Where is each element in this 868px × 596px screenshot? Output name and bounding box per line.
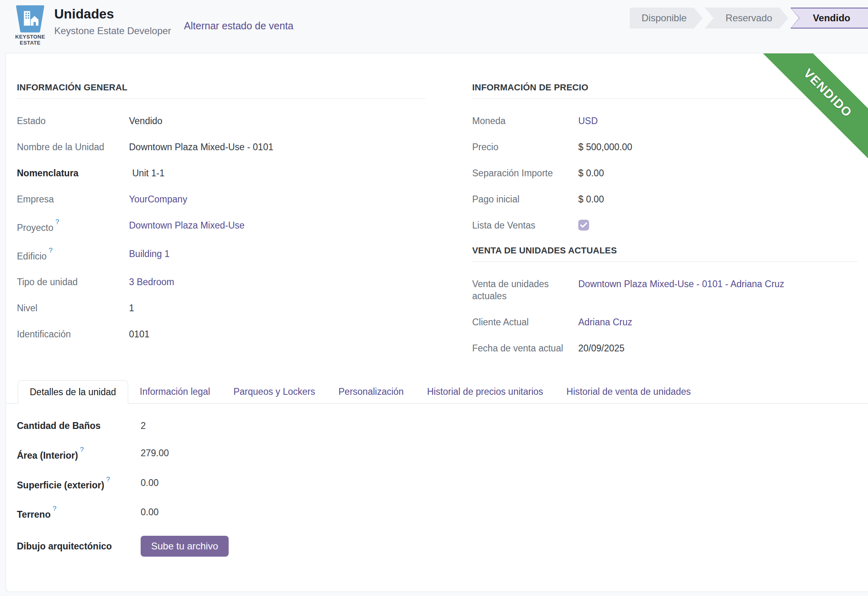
field-row-cliente-actual: Cliente Actual Adriana Cruz [472, 316, 858, 328]
status-stage-label: Disponible [642, 12, 687, 24]
empresa-link[interactable]: YourCompany [129, 193, 187, 205]
upload-file-button[interactable]: Sube tu archivo [141, 536, 229, 557]
tab-historial-venta-unidades[interactable]: Historial de venta de unidades [555, 380, 702, 403]
field-label: Precio [472, 141, 578, 153]
notebook-tabs: Detalles de la unidad Información legal … [6, 380, 868, 404]
price-info-section: INFORMACIÓN DE PRECIO Moneda USD Precio … [472, 82, 858, 368]
title-block: Unidades Keystone Estate Developer [54, 6, 171, 37]
lista-de-ventas-checkbox[interactable] [578, 220, 589, 231]
field-row-identificacion: Identificación 0101 [17, 328, 425, 340]
field-value: 1 [129, 302, 134, 314]
help-icon[interactable]: ? [49, 247, 52, 254]
field-row-area-interior: Área (Interior)? 279.00 [17, 447, 857, 461]
tipo-unidad-link[interactable]: 3 Bedroom [129, 276, 174, 288]
field-row-fecha-venta-actual: Fecha de venta actual 20/09/2025 [472, 342, 858, 354]
field-row-empresa: Empresa YourCompany [17, 193, 425, 205]
tab-detalles-de-la-unidad[interactable]: Detalles de la unidad [18, 380, 128, 404]
status-stage-disponible[interactable]: Disponible [630, 8, 703, 29]
field-row-terreno: Terreno? 0.00 [17, 506, 857, 520]
field-value: $ 500,000.00 [578, 141, 632, 153]
field-row-tipo-unidad: Tipo de unidad 3 Bedroom [17, 276, 425, 288]
field-row-nomenclatura: Nomenclatura Unit 1-1 [17, 167, 425, 179]
page-subtitle: Keystone Estate Developer [54, 25, 171, 37]
field-label: Dibujo arquitectónico [17, 540, 141, 552]
form-sheet: INFORMACIÓN GENERAL Estado Vendido Nombr… [6, 53, 868, 368]
field-value: $ 0.00 [578, 193, 604, 205]
tab-historial-precios-unitarios[interactable]: Historial de precios unitarios [416, 380, 555, 403]
field-row-proyecto: Proyecto? Downtown Plaza Mixed-Use [17, 219, 425, 234]
logo-text-line2: ESTATE [11, 40, 49, 46]
cliente-actual-link[interactable]: Adriana Cruz [578, 316, 632, 328]
field-label: Nomenclatura [17, 167, 129, 179]
field-label: Superficie (exterior) [17, 480, 104, 490]
field-value: 279.00 [141, 447, 169, 459]
field-row-estado: Estado Vendido [17, 115, 425, 127]
field-label: Venta de unidades actuales [472, 278, 578, 302]
field-row-dibujo-arquitectonico: Dibujo arquitectónico Sube tu archivo [17, 536, 857, 557]
tab-informacion-legal[interactable]: Información legal [128, 380, 222, 403]
field-value: 20/09/2025 [578, 342, 624, 354]
field-label: Terreno [17, 509, 51, 520]
field-row-moneda: Moneda USD [472, 115, 858, 127]
field-row-nivel: Nivel 1 [17, 302, 425, 314]
field-row-superficie-exterior: Superficie (exterior)? 0.00 [17, 477, 857, 491]
field-value: Vendido [129, 115, 162, 127]
field-label: Fecha de venta actual [472, 342, 578, 354]
field-label: Empresa [17, 193, 129, 205]
page-title: Unidades [54, 6, 171, 22]
field-label: Pago inicial [472, 193, 578, 205]
field-label: Proyecto [17, 222, 53, 233]
field-label: Separación Importe [472, 167, 578, 179]
field-value: 0.00 [141, 477, 159, 489]
topbar: KEYSTONE ESTATE Unidades Keystone Estate… [0, 0, 868, 53]
status-stage-label: Vendido [813, 12, 850, 24]
field-value: $ 0.00 [578, 167, 604, 179]
field-value: 2 [141, 420, 146, 432]
field-row-edificio: Edificio? Building 1 [17, 248, 425, 262]
toggle-sale-state-link[interactable]: Alternar estado de venta [184, 20, 293, 32]
field-row-pago-inicial: Pago inicial $ 0.00 [472, 193, 858, 205]
general-info-section: INFORMACIÓN GENERAL Estado Vendido Nombr… [17, 82, 425, 368]
company-logo: KEYSTONE ESTATE [11, 5, 49, 46]
help-icon[interactable]: ? [80, 446, 84, 453]
field-row-nombre-unidad: Nombre de la Unidad Downtown Plaza Mixed… [17, 141, 425, 153]
help-icon[interactable]: ? [53, 505, 56, 512]
field-row-lista-de-ventas: Lista de Ventas [472, 219, 858, 231]
keystone-estate-logo-icon [13, 5, 47, 33]
field-label: Identificación [17, 328, 129, 340]
help-icon[interactable]: ? [55, 218, 59, 226]
status-stage-vendido[interactable]: Vendido [790, 8, 868, 29]
checkmark-icon [580, 222, 587, 228]
field-row-precio: Precio $ 500,000.00 [472, 141, 858, 153]
moneda-link[interactable]: USD [578, 115, 598, 127]
field-value: Downtown Plaza Mixed-Use - 0101 [129, 141, 273, 153]
field-label: Nombre de la Unidad [17, 141, 129, 153]
nomenclatura-input[interactable]: Unit 1-1 [129, 167, 165, 179]
unit-form-card: VENDIDO INFORMACIÓN GENERAL Estado Vendi… [6, 53, 868, 592]
venta-actual-link[interactable]: Downtown Plaza Mixed-Use - 0101 - Adrian… [578, 278, 784, 290]
field-label: Lista de Ventas [472, 219, 578, 231]
field-label: Cliente Actual [472, 316, 578, 328]
tab-personalizacion[interactable]: Personalización [327, 380, 415, 403]
field-row-cantidad-banos: Cantidad de Baños 2 [17, 420, 857, 432]
field-row-separacion-importe: Separación Importe $ 0.00 [472, 167, 858, 179]
logo-text-line1: KEYSTONE [11, 34, 49, 40]
field-row-venta-unidades-actuales: Venta de unidades actuales Downtown Plaz… [472, 278, 858, 302]
status-stage-reservado[interactable]: Reservado [705, 8, 788, 29]
field-value: 0.00 [141, 506, 159, 518]
section-title-venta-actual: VENTA DE UNIDADES ACTUALES [472, 245, 858, 262]
field-label: Tipo de unidad [17, 276, 129, 288]
edificio-link[interactable]: Building 1 [129, 248, 170, 260]
field-label: Cantidad de Baños [17, 420, 141, 432]
proyecto-link[interactable]: Downtown Plaza Mixed-Use [129, 219, 245, 231]
field-label: Estado [17, 115, 129, 127]
sale-state-statusbar: Disponible Reservado Vendido [630, 8, 868, 29]
tab-content-detalles: Cantidad de Baños 2 Área (Interior)? 279… [6, 404, 868, 557]
field-label: Edificio [17, 251, 47, 261]
field-label: Área (Interior) [17, 450, 78, 461]
section-title-general: INFORMACIÓN GENERAL [17, 82, 425, 99]
help-icon[interactable]: ? [106, 476, 110, 483]
tab-parqueos-y-lockers[interactable]: Parqueos y Lockers [222, 380, 327, 403]
status-stage-label: Reservado [726, 12, 772, 24]
field-value: 0101 [129, 328, 149, 340]
